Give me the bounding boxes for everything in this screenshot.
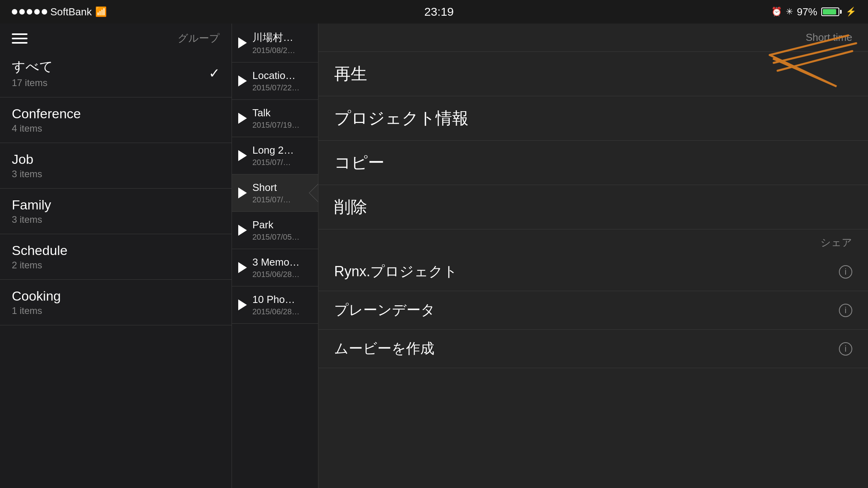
recording-name: Short [252, 182, 291, 194]
group-item[interactable]: すべて 17 items ✓ [0, 49, 232, 97]
recording-date: 2015/08/2… [252, 46, 295, 55]
share-label: シェア [820, 236, 852, 250]
status-bar: SoftBank 📶 23:19 ⏰ ✳ 97% ⚡ [0, 0, 868, 24]
battery-icon [821, 7, 842, 16]
clock: 23:19 [424, 5, 454, 18]
group-name: Cooking [12, 288, 61, 304]
play-icon [238, 262, 247, 273]
context-menu-item[interactable]: 削除 [318, 185, 868, 229]
recording-name: Locatio… [252, 70, 300, 82]
info-icon[interactable]: i [839, 342, 852, 356]
recording-date: 2015/07/22… [252, 83, 300, 92]
share-item-label: Rynx.プロジェクト [334, 262, 458, 281]
group-list: すべて 17 items ✓ Conference 4 items Job 3 … [0, 49, 232, 488]
recording-name: 10 Pho… [252, 294, 300, 306]
group-count: 1 items [12, 305, 61, 316]
share-menu-item[interactable]: プレーンデータ i [318, 291, 868, 330]
group-count: 2 items [12, 260, 68, 271]
middle-panel: 川場村… 2015/08/2… Locatio… 2015/07/22… Tal… [232, 24, 318, 488]
recording-item[interactable]: Locatio… 2015/07/22… [232, 62, 318, 100]
group-name: Job [12, 152, 42, 167]
recording-date: 2015/07/05… [252, 233, 300, 242]
checkmark-icon: ✓ [209, 65, 220, 81]
alarm-icon: ⏰ [771, 7, 782, 17]
group-item[interactable]: Family 3 items [0, 189, 232, 234]
status-right: ⏰ ✳ 97% ⚡ [771, 6, 856, 18]
group-count: 3 items [12, 214, 51, 225]
info-icon[interactable]: i [839, 265, 852, 279]
recording-name: Talk [252, 107, 300, 119]
main-layout: グループ すべて 17 items ✓ Conference 4 items J… [0, 24, 868, 488]
group-item[interactable]: Conference 4 items [0, 97, 232, 143]
play-icon [238, 113, 247, 124]
recording-date: 2015/07/… [252, 195, 291, 204]
context-menu-item[interactable]: コピー [318, 141, 868, 185]
recording-name: 川場村… [252, 31, 295, 44]
recording-name: 3 Memo… [252, 256, 300, 268]
charge-icon: ⚡ [846, 7, 856, 17]
recording-item[interactable]: Talk 2015/07/19… [232, 100, 318, 137]
recording-item[interactable]: Short 2015/07/… [232, 174, 318, 212]
group-name: すべて [12, 58, 53, 76]
play-icon [238, 37, 247, 48]
share-section-header: シェア [318, 229, 868, 253]
recording-item[interactable]: 10 Pho… 2015/06/28… [232, 286, 318, 324]
group-item[interactable]: Schedule 2 items [0, 234, 232, 280]
play-icon [238, 225, 247, 236]
recording-item[interactable]: Park 2015/07/05… [232, 212, 318, 249]
recording-date: 2015/06/28… [252, 270, 300, 279]
share-item-label: ムービーを作成 [334, 339, 434, 358]
context-menu-item[interactable]: プロジェクト情報 [318, 96, 868, 141]
hamburger-button[interactable] [12, 33, 28, 44]
diamond-indicator [312, 185, 318, 201]
group-item[interactable]: Cooking 1 items [0, 280, 232, 325]
play-icon [238, 187, 247, 198]
battery-percent: 97% [797, 6, 817, 18]
status-left: SoftBank 📶 [12, 6, 107, 18]
recording-item[interactable]: 川場村… 2015/08/2… [232, 24, 318, 62]
group-name: Schedule [12, 243, 68, 258]
context-header: Short time [318, 24, 868, 52]
recording-date: 2015/07/19… [252, 121, 300, 130]
bluetooth-icon: ✳ [786, 7, 793, 17]
context-menu-item[interactable]: 再生 [318, 52, 868, 96]
left-panel-header: グループ [0, 24, 232, 49]
play-icon [238, 150, 247, 161]
left-panel: グループ すべて 17 items ✓ Conference 4 items J… [0, 24, 232, 488]
play-icon [238, 299, 247, 310]
group-count: 3 items [12, 169, 42, 180]
recording-item[interactable]: Long 2… 2015/07/… [232, 137, 318, 174]
carrier-label: SoftBank [50, 6, 92, 18]
short-time-label: Short time [806, 31, 853, 44]
share-menu-item[interactable]: Rynx.プロジェクト i [318, 253, 868, 291]
recording-item[interactable]: 3 Memo… 2015/06/28… [232, 249, 318, 286]
group-name: Family [12, 197, 51, 213]
recording-name: Long 2… [252, 144, 294, 156]
wifi-icon: 📶 [95, 6, 107, 17]
recording-date: 2015/07/… [252, 158, 294, 167]
group-header-label: グループ [178, 31, 220, 45]
signal-dots [12, 9, 47, 15]
group-name: Conference [12, 106, 81, 121]
group-count: 17 items [12, 77, 53, 88]
info-icon[interactable]: i [839, 304, 852, 317]
group-item[interactable]: Job 3 items [0, 143, 232, 189]
recording-name: Park [252, 219, 300, 231]
group-count: 4 items [12, 123, 81, 134]
share-item-label: プレーンデータ [334, 301, 435, 320]
recording-date: 2015/06/28… [252, 307, 300, 316]
play-icon [238, 75, 247, 86]
share-menu-item[interactable]: ムービーを作成 i [318, 330, 868, 368]
right-panel: Short time 再生プロジェクト情報コピー削除シェア Rynx.プロジェク… [318, 24, 868, 488]
